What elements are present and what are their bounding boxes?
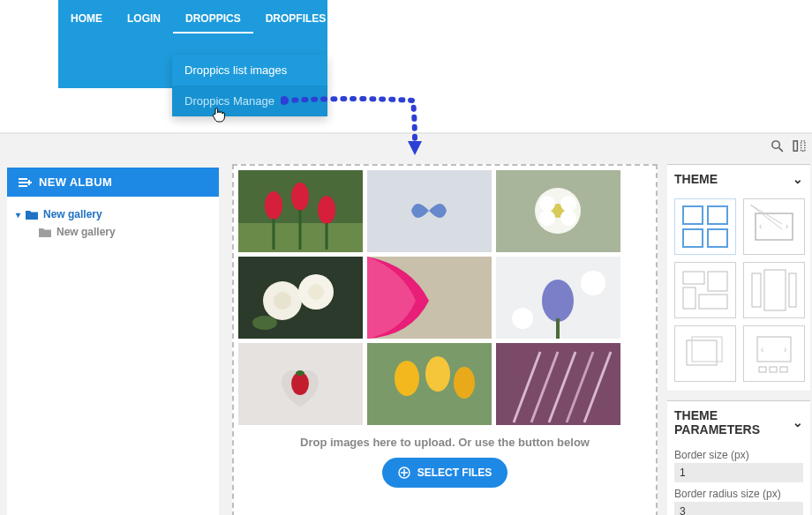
svg-point-23	[539, 196, 555, 212]
svg-rect-78	[780, 367, 787, 372]
svg-point-41	[296, 370, 304, 376]
svg-text:‹: ‹	[761, 345, 763, 355]
new-album-icon	[18, 177, 32, 188]
svg-rect-69	[764, 270, 786, 310]
param-input-border-size[interactable]	[674, 463, 803, 482]
tree-item-label: New gallery	[43, 208, 102, 220]
select-files-label: SELECT FILES	[417, 466, 492, 479]
svg-point-14	[291, 183, 309, 211]
svg-point-38	[581, 271, 605, 295]
svg-rect-66	[683, 287, 695, 309]
nav-droppics[interactable]: DROPPICS	[173, 5, 253, 34]
theme-params-title: THEME PARAMETERS	[674, 408, 793, 437]
svg-rect-4	[793, 141, 797, 151]
submenu-list-images[interactable]: Droppics list images	[172, 55, 327, 86]
tree-item-label: New gallery	[56, 226, 116, 238]
folder-icon	[39, 228, 51, 237]
svg-point-24	[560, 196, 576, 212]
workspace: NEW ALBUM ▾ New gallery New gallery	[0, 132, 812, 515]
svg-point-13	[265, 191, 282, 220]
svg-rect-57	[683, 229, 703, 247]
chevron-down-icon: ⌄	[793, 172, 803, 186]
layout-split-icon[interactable]	[792, 138, 807, 153]
nav-submenu: Droppics list images Droppics Manage	[172, 55, 327, 116]
svg-rect-58	[708, 229, 727, 247]
thumb-white-blossom[interactable]	[496, 170, 620, 252]
thumb-strawberry[interactable]	[238, 343, 363, 425]
tree-item-child[interactable]: New gallery	[11, 223, 215, 241]
svg-rect-64	[683, 272, 704, 284]
theme-option-slider[interactable]: ‹›	[743, 198, 805, 255]
svg-rect-5	[801, 141, 805, 151]
svg-point-43	[395, 361, 419, 396]
right-panel: THEME ⌄ ‹› ‹›	[667, 164, 810, 515]
svg-point-35	[542, 280, 574, 322]
thumb-red-tulips[interactable]	[238, 170, 363, 252]
svg-point-26	[560, 210, 576, 226]
svg-rect-46	[496, 343, 620, 425]
svg-point-37	[512, 308, 533, 329]
new-album-button[interactable]: NEW ALBUM	[7, 168, 219, 197]
theme-option-carousel[interactable]: ‹›	[743, 325, 805, 382]
nav-home[interactable]: HOME	[58, 5, 115, 34]
thumb-white-roses[interactable]	[238, 257, 363, 339]
theme-option-masonry[interactable]	[674, 262, 736, 318]
thumb-yellow-tulips[interactable]	[367, 343, 492, 425]
search-icon[interactable]	[770, 138, 785, 153]
thumb-pink-flower[interactable]	[367, 257, 492, 339]
nav-login[interactable]: LOGIN	[115, 5, 173, 34]
gallery-panel[interactable]: Drop images here to upload. Or use the b…	[232, 164, 658, 515]
svg-rect-56	[708, 206, 727, 224]
submenu-manage[interactable]: Droppics Manage	[172, 86, 327, 116]
svg-point-2	[772, 141, 780, 149]
theme-params-header[interactable]: THEME PARAMETERS ⌄	[667, 401, 810, 444]
theme-option-grid[interactable]	[674, 198, 736, 255]
svg-point-25	[539, 210, 555, 226]
svg-rect-70	[789, 273, 796, 307]
thumb-hyacinth[interactable]	[496, 257, 620, 339]
folder-icon	[26, 210, 38, 220]
svg-text:›: ›	[784, 345, 786, 355]
tree-item-root[interactable]: ▾ New gallery	[11, 205, 215, 223]
drop-hint-text: Drop images here to upload. Or use the b…	[238, 436, 651, 449]
svg-rect-77	[770, 367, 777, 372]
svg-rect-55	[683, 206, 703, 224]
sidebar: NEW ALBUM ▾ New gallery New gallery	[7, 168, 219, 515]
svg-text:›: ›	[786, 221, 788, 231]
svg-point-32	[252, 316, 277, 330]
svg-rect-68	[752, 273, 761, 307]
svg-text:‹: ‹	[759, 221, 762, 231]
param-label-border-radius: Border radius size (px)	[667, 482, 810, 502]
chevron-down-icon: ⌄	[793, 415, 803, 429]
gallery-tree: ▾ New gallery New gallery	[7, 197, 219, 250]
svg-line-3	[779, 148, 783, 152]
param-input-border-radius[interactable]	[674, 502, 803, 515]
svg-rect-65	[708, 272, 727, 291]
upload-icon	[398, 466, 410, 479]
param-label-border-size: Border size (px)	[667, 444, 810, 463]
svg-rect-76	[759, 367, 766, 372]
svg-point-44	[425, 356, 450, 392]
theme-section-header[interactable]: THEME ⌄	[667, 165, 810, 193]
thumb-grid	[238, 170, 651, 425]
new-album-label: NEW ALBUM	[39, 175, 112, 189]
thumb-grass[interactable]	[496, 343, 620, 425]
svg-point-15	[318, 196, 335, 224]
select-files-button[interactable]: SELECT FILES	[382, 458, 508, 488]
svg-rect-67	[699, 295, 727, 309]
theme-title: THEME	[674, 172, 718, 186]
nav-dropfiles[interactable]: DROPFILES	[253, 5, 339, 34]
svg-point-45	[454, 367, 475, 399]
theme-option-stack[interactable]	[674, 325, 736, 382]
chevron-down-icon: ▾	[16, 210, 20, 220]
theme-option-slidepanel[interactable]	[743, 262, 805, 318]
svg-point-30	[274, 292, 291, 310]
thumb-blue-butterfly[interactable]	[367, 170, 492, 252]
svg-point-31	[308, 284, 324, 300]
